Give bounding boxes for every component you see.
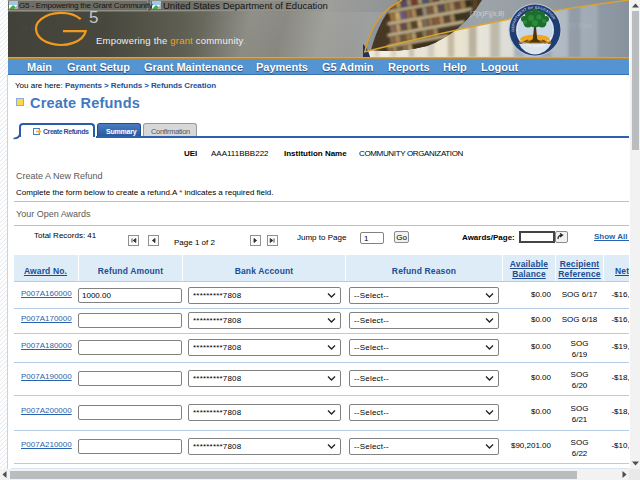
svg-text:f(x,θ)dx: f(x,θ)dx — [20, 24, 44, 32]
svg-text:∫T(x)F|(x,θ): ∫T(x)F|(x,θ) — [469, 10, 504, 18]
svg-text:f(x,θ)dx: f(x,θ)dx — [568, 22, 592, 30]
